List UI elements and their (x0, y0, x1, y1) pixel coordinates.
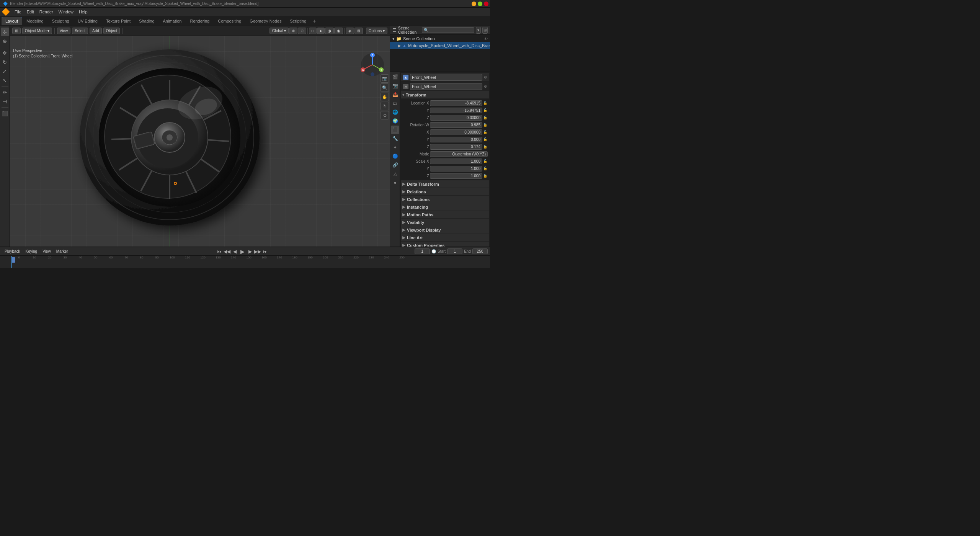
location-y-lock[interactable]: 🔓 (483, 108, 488, 112)
tool-move[interactable]: ✥ (1, 49, 9, 57)
tab-compositing[interactable]: Compositing (214, 17, 245, 25)
props-tab-output[interactable]: 📤 (391, 90, 399, 99)
tab-animation[interactable]: Animation (159, 17, 186, 25)
data-dots-icon[interactable]: ⊙ (484, 84, 487, 88)
props-tab-world[interactable]: 🌍 (391, 117, 399, 125)
select-menu-button[interactable]: Select (72, 28, 88, 34)
object-menu-button[interactable]: Object (103, 28, 120, 34)
scale-y-field[interactable]: 1.000 (430, 166, 482, 172)
rotation-x-field[interactable]: 0.000000 (430, 129, 482, 135)
props-tab-physics[interactable]: 🔵 (391, 152, 399, 160)
visibility-header[interactable]: ▶ Visibility (401, 219, 489, 226)
proportional-edit-button[interactable]: ⊙ (298, 28, 306, 34)
tab-sculpting[interactable]: Sculpting (48, 17, 73, 25)
location-x-field[interactable]: -8.46915 (430, 100, 482, 106)
options-button[interactable]: Options ▾ (366, 28, 387, 34)
tool-measure[interactable]: ⊣ (1, 97, 9, 106)
viewport-pan-tool[interactable]: ✋ (381, 93, 389, 101)
collection-visibility-icon[interactable]: 👁 (484, 37, 488, 41)
add-menu-button[interactable]: Add (90, 28, 102, 34)
outliner-display-options[interactable]: ⊞ (482, 27, 488, 34)
scale-z-field[interactable]: 1.000 (430, 173, 482, 179)
tl-prev-keyframe[interactable]: ◀◀ (224, 248, 230, 255)
material-preview-button[interactable]: ◑ (325, 28, 334, 34)
view-menu-button[interactable]: View (57, 28, 71, 34)
props-tab-scene[interactable]: 🎬 (391, 73, 399, 81)
props-tab-scene2[interactable]: 🌐 (391, 108, 399, 116)
transform-section-header[interactable]: ▾ Transform (401, 91, 489, 99)
maximize-button[interactable] (478, 2, 482, 6)
props-tab-view-layer[interactable]: 🗂 (391, 99, 399, 108)
location-z-field[interactable]: 0.00000 (430, 115, 482, 121)
scale-z-lock[interactable]: 🔓 (483, 174, 488, 178)
scale-y-lock[interactable]: 🔓 (483, 167, 488, 170)
tl-keying-menu[interactable]: Keying (23, 248, 40, 254)
location-x-lock[interactable]: 🔓 (483, 101, 488, 105)
outliner-wheel-object[interactable]: ▶ ▲ Motorcycle_Spoked_Wheel_with_Disc_Br… (390, 42, 490, 49)
outliner-filter-button[interactable]: ▾ (476, 27, 481, 34)
tl-jump-end[interactable]: ⏭ (262, 248, 269, 255)
outliner-search[interactable] (422, 27, 474, 33)
collections-header[interactable]: ▶ Collections (401, 196, 489, 203)
tl-next-keyframe[interactable]: ▶▶ (254, 248, 261, 255)
rotation-z-lock[interactable]: 🔓 (483, 145, 488, 149)
motion-paths-header[interactable]: ▶ Motion Paths (401, 211, 489, 219)
viewport-3d-area[interactable]: User Perspective (1) Scene Collection | … (10, 36, 390, 247)
custom-props-header[interactable]: ▶ Custom Properties (401, 242, 489, 247)
tool-rotate[interactable]: ↻ (1, 58, 9, 66)
rotation-z-field[interactable]: 0.174 (430, 144, 482, 150)
3d-viewport[interactable]: ⊞ Object Mode ▾ View Select Add Object G… (10, 26, 390, 247)
props-tab-material[interactable]: ● (391, 178, 399, 187)
tab-modeling[interactable]: Modeling (23, 17, 47, 25)
props-tab-modifier[interactable]: 🔧 (391, 134, 399, 143)
rotation-y-field[interactable]: 0.000 (430, 137, 482, 142)
menu-help[interactable]: Help (77, 9, 90, 15)
tab-uv-editing[interactable]: UV Editing (74, 17, 101, 25)
props-tab-data[interactable]: △ (391, 170, 399, 178)
viewport-zoom-tool[interactable]: 🔍 (381, 83, 389, 92)
tool-transform[interactable]: ⤡ (1, 76, 9, 85)
tl-current-frame[interactable] (415, 248, 430, 254)
tl-play-pause[interactable]: ▶ (239, 248, 246, 255)
tab-shading[interactable]: Shading (135, 17, 158, 25)
scale-x-field[interactable]: 1.000 (430, 159, 482, 164)
xray-button[interactable]: ⊠ (354, 28, 363, 34)
props-tab-render[interactable]: 📷 (391, 82, 399, 90)
editor-type-button[interactable]: ⊞ (12, 28, 21, 34)
overlay-button[interactable]: ◈ (346, 28, 354, 34)
viewport-lock-tool[interactable]: ⊙ (381, 111, 389, 119)
rotation-y-lock[interactable]: 🔓 (483, 137, 488, 141)
tl-jump-start[interactable]: ⏮ (216, 248, 223, 255)
close-button[interactable] (484, 2, 488, 6)
outliner-scene-collection[interactable]: ▾ 📁 Scene Collection 👁 (390, 35, 490, 42)
menu-edit[interactable]: Edit (24, 9, 36, 15)
object-name-input[interactable] (410, 74, 482, 81)
menu-file[interactable]: File (12, 9, 24, 15)
viewport-orbit-tool[interactable]: ↻ (381, 102, 389, 110)
tab-scripting[interactable]: Scripting (286, 17, 310, 25)
tab-layout[interactable]: Layout (2, 17, 22, 25)
rotation-mode-field[interactable]: Quaternion (WXYZ) (430, 151, 488, 157)
delta-transform-header[interactable]: ▶ Delta Transform (401, 180, 489, 188)
tl-marker-menu[interactable]: Marker (54, 248, 70, 254)
tl-end-frame[interactable] (472, 248, 488, 254)
rotation-w-field[interactable]: 0.985 (430, 122, 482, 128)
viewport-display-header[interactable]: ▶ Viewport Display (401, 226, 489, 234)
object-data-name-input[interactable] (410, 83, 482, 90)
scale-x-lock[interactable]: 🔓 (483, 159, 488, 163)
timeline-track[interactable]: 0 10 20 30 40 50 60 70 80 90 100 110 120… (0, 256, 490, 268)
tab-geometry-nodes[interactable]: Geometry Nodes (246, 17, 285, 25)
location-z-lock[interactable]: 🔓 (483, 116, 488, 119)
tl-view-menu[interactable]: View (40, 248, 53, 254)
rotation-w-lock[interactable]: 🔓 (483, 123, 488, 127)
global-transform-button[interactable]: Global ▾ (270, 28, 289, 34)
line-art-header[interactable]: ▶ Line Art (401, 234, 489, 242)
tl-prev-frame[interactable]: ◀ (231, 248, 238, 255)
tab-rendering[interactable]: Rendering (186, 17, 213, 25)
menu-render[interactable]: Render (37, 9, 56, 15)
tool-annotate[interactable]: ✏ (1, 88, 9, 96)
tool-scale[interactable]: ⤢ (1, 67, 9, 75)
props-tab-object[interactable]: ⬛ (391, 126, 399, 134)
rendered-button[interactable]: ◉ (334, 28, 343, 34)
tl-next-frame[interactable]: ▶ (247, 248, 253, 255)
